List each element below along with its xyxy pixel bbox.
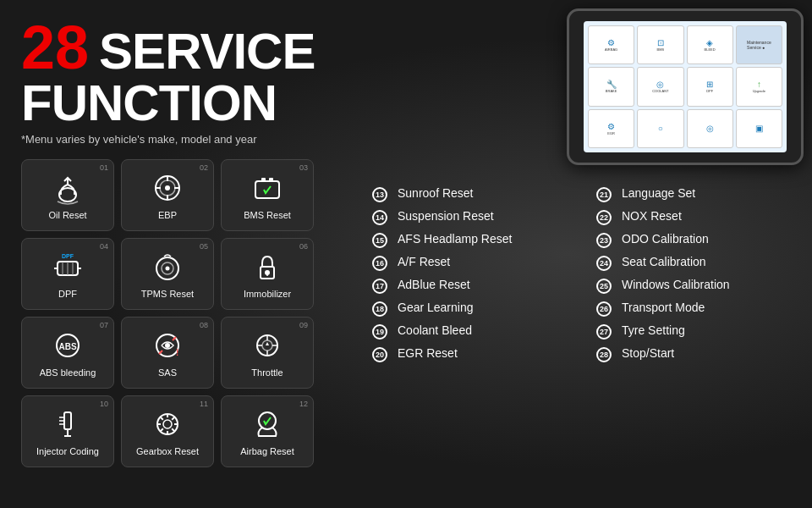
service-num: 20 [372, 347, 392, 362]
badge-01: 01 [100, 163, 108, 172]
label-injector-coding: Injector Coding [36, 446, 99, 457]
sas-icon: ! [149, 327, 186, 364]
svg-text:!: ! [176, 348, 178, 357]
service-text: A/F Reset [398, 255, 450, 268]
tablet-cell-6: ⊞DPF [687, 67, 733, 106]
service-text: Windows Calibration [622, 278, 730, 291]
service-item: 16 A/F Reset [372, 255, 579, 271]
service-text: Coolant Bleed [398, 323, 472, 337]
badge-12: 12 [299, 400, 308, 408]
icon-card-gearbox-reset: 11 Gearbox Reset [121, 395, 214, 467]
service-item: 14 Suspension Reset [372, 209, 579, 225]
ebp-icon [149, 169, 186, 207]
label-oil-reset: Oil Reset [48, 210, 86, 221]
svg-point-14 [166, 267, 170, 271]
badge-06: 06 [299, 242, 308, 251]
tablet-device: ⚙AIRBAG ⊡BMS ◈BLEED MaintenanceService ●… [567, 8, 804, 169]
label-airbag-reset: Airbag Reset [240, 446, 294, 457]
service-num: 24 [596, 256, 617, 271]
tablet-cell-3: ◈BLEED [687, 25, 733, 64]
service-item: 19 Coolant Bleed [372, 323, 579, 340]
service-num: 22 [596, 210, 617, 225]
icon-card-bms-reset: 03 BMS Reset [221, 159, 314, 231]
tablet-cell-1: ⚙AIRBAG [588, 25, 634, 64]
service-text: Stop/Start [622, 346, 674, 360]
svg-rect-25 [64, 412, 71, 429]
tablet-outer: ⚙AIRBAG ⊡BMS ◈BLEED MaintenanceService ●… [567, 8, 804, 165]
svg-point-3 [165, 185, 170, 190]
airbag-reset-icon [249, 406, 286, 443]
label-immobilizer: Immobilizer [244, 289, 291, 300]
service-text: NOX Reset [622, 209, 682, 223]
tpms-reset-icon [149, 248, 186, 285]
badge-11: 11 [200, 400, 208, 408]
badge-10: 10 [100, 400, 108, 408]
badge-03: 03 [299, 163, 308, 172]
badge-08: 08 [200, 321, 208, 329]
badge-05: 05 [200, 242, 208, 251]
service-num: 25 [596, 279, 617, 294]
icon-card-oil-reset: 01 Oil Reset [21, 159, 114, 231]
title-service: SERVICE [99, 26, 315, 77]
service-item: 25 Windows Calibration [596, 278, 804, 294]
service-item: 22 NOX Reset [596, 209, 804, 225]
badge-07: 07 [100, 321, 108, 329]
service-num: 23 [596, 233, 617, 248]
tablet-cell-2: ⊡BMS [637, 25, 683, 64]
tablet-cell-9: ○ [637, 109, 683, 148]
tablet-cell-5: ◎COOLANT [637, 67, 683, 106]
service-text: Transport Mode [622, 301, 705, 314]
service-text: ODO Calibration [622, 232, 709, 246]
throttle-icon [249, 327, 286, 364]
service-num: 18 [372, 301, 392, 317]
service-item: 28 Stop/Start [596, 346, 804, 362]
title-block: 28 SERVICE FUNCTION *Menu varies by vehi… [21, 17, 347, 147]
icon-card-ebp: 02 EBP [121, 159, 214, 231]
label-throttle: Throttle [251, 367, 283, 378]
immobilizer-icon [249, 248, 286, 285]
service-num: 26 [596, 301, 617, 317]
tablet-cell-11: ▣ [736, 109, 782, 148]
svg-point-30 [163, 420, 172, 428]
icon-card-throttle: 09 Throttle [221, 317, 314, 389]
icon-card-tpms-reset: 05 TPMS Reset [121, 238, 214, 310]
badge-02: 02 [200, 163, 208, 172]
service-text: EGR Reset [398, 346, 458, 360]
svg-rect-5 [261, 178, 266, 182]
service-num: 27 [596, 324, 617, 340]
title-subtitle: *Menu varies by vehicle's make, model an… [21, 132, 347, 147]
label-bms-reset: BMS Reset [244, 210, 291, 221]
oil-reset-icon [49, 169, 86, 207]
tablet-cell-10: ◎ [687, 109, 733, 148]
services-col-1: 13 Sunroof Reset 14 Suspension Reset 15 … [372, 186, 579, 369]
right-panel: ⚙AIRBAG ⊡BMS ◈BLEED MaintenanceService ●… [364, 0, 812, 508]
label-gearbox-reset: Gearbox Reset [136, 446, 199, 457]
service-text: AFS Headlamp Reset [398, 232, 512, 246]
label-ebp: EBP [158, 210, 177, 221]
icon-card-airbag-reset: 12 Airbag Reset [221, 395, 314, 467]
svg-text:DPF: DPF [62, 253, 74, 259]
service-text: Language Set [622, 186, 695, 200]
service-num: 15 [372, 233, 392, 248]
label-abs-bleeding: ABS bleeding [40, 367, 96, 378]
service-item: 24 Seat Calibration [596, 255, 804, 271]
service-num: 17 [372, 279, 392, 294]
icon-card-sas: 08 ! SAS [121, 317, 214, 389]
service-num: 14 [372, 210, 392, 225]
icon-card-abs-bleeding: 07 ABS ABS bleeding [21, 317, 114, 389]
label-dpf: DPF [58, 289, 77, 300]
service-item: 17 AdBlue Reset [372, 278, 579, 294]
label-sas: SAS [158, 367, 177, 378]
service-num: 13 [372, 187, 392, 202]
injector-coding-icon [49, 406, 86, 443]
bms-reset-icon [249, 169, 286, 207]
service-item: 23 ODO Calibration [596, 232, 804, 248]
service-text: AdBlue Reset [398, 278, 470, 291]
service-item: 20 EGR Reset [372, 346, 579, 362]
service-text: Tyre Setting [622, 323, 685, 337]
service-text: Suspension Reset [398, 209, 494, 223]
dpf-icon: DPF [49, 248, 86, 285]
services-col-2: 21 Language Set 22 NOX Reset 23 ODO Cali… [596, 186, 804, 369]
svg-rect-6 [269, 178, 273, 182]
title-function: FUNCTION [21, 78, 347, 129]
